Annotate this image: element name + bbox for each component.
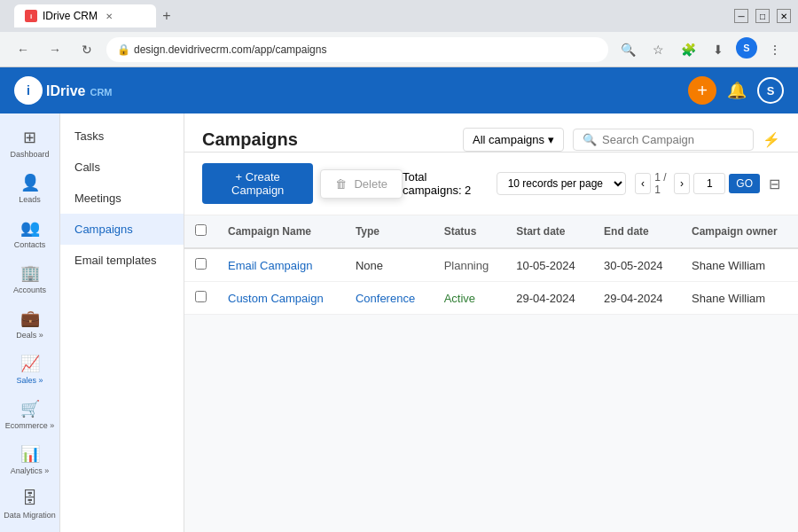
- toolbar-right: Total campaigns: 2 10 records per page ‹…: [403, 170, 780, 197]
- sub-sidebar-calls[interactable]: Calls: [60, 152, 184, 183]
- sidebar-label-ecommerce: Ecommerce »: [5, 421, 55, 430]
- sidebar-item-settings[interactable]: ⚙ Settings »: [0, 527, 59, 532]
- contacts-icon: 👥: [20, 218, 40, 238]
- minimize-btn[interactable]: ─: [734, 9, 748, 23]
- logo: i IDrive CRM: [14, 76, 113, 105]
- sub-sidebar-campaigns[interactable]: Campaigns: [60, 214, 184, 245]
- total-campaigns-label: Total campaigns: 2: [403, 170, 488, 197]
- go-btn[interactable]: GO: [729, 174, 760, 193]
- sidebar-item-contacts[interactable]: 👥 Contacts: [0, 211, 59, 256]
- refresh-btn[interactable]: ↻: [74, 37, 99, 62]
- next-page-btn[interactable]: ›: [674, 173, 691, 194]
- sidebar-item-dashboard[interactable]: ⊞ Dashboard: [0, 121, 59, 166]
- close-btn[interactable]: ✕: [777, 9, 791, 23]
- maximize-btn[interactable]: □: [755, 9, 770, 23]
- filter-icon[interactable]: ⚡: [763, 131, 780, 148]
- notification-icon[interactable]: 🔔: [727, 81, 747, 100]
- bookmark-btn[interactable]: ☆: [645, 37, 670, 62]
- row-checkbox-cell-1[interactable]: [184, 282, 217, 315]
- sidebar-label-dashboard: Dashboard: [10, 150, 49, 159]
- page-header: Campaigns All campaigns ▾ 🔍 ⚡: [184, 113, 798, 153]
- analytics-icon: 📊: [20, 444, 40, 464]
- sub-sidebar: Tasks Calls Meetings Campaigns Email tem…: [60, 113, 184, 532]
- col-campaign-name: Campaign Name: [217, 215, 345, 248]
- records-per-page-select[interactable]: 10 records per page: [497, 172, 626, 195]
- sub-sidebar-email-templates[interactable]: Email templates: [60, 245, 184, 276]
- browser-actions: 🔍 ☆ 🧩 ⬇ S ⋮: [615, 37, 787, 62]
- logo-text: IDrive CRM: [46, 82, 113, 100]
- campaign-name-link-1[interactable]: Custom Campaign: [228, 292, 324, 305]
- accounts-icon: 🏢: [20, 263, 40, 283]
- table-row: Custom Campaign Conference Active 29-04-…: [184, 282, 798, 315]
- back-btn[interactable]: ←: [11, 37, 35, 62]
- active-tab[interactable]: i IDrive CRM ✕: [14, 4, 156, 27]
- search-icon: 🔍: [583, 133, 597, 146]
- row-end-date-1: 29-04-2024: [593, 282, 681, 315]
- row-checkbox-cell-0[interactable]: [184, 248, 217, 282]
- sub-sidebar-meetings[interactable]: Meetings: [60, 183, 184, 214]
- logo-idrive: IDrive: [46, 83, 85, 98]
- sidebar-label-sales: Sales »: [16, 376, 43, 385]
- row-owner-0: Shane William: [681, 248, 798, 282]
- row-end-date-0: 30-05-2024: [593, 248, 681, 282]
- header-actions: All campaigns ▾ 🔍 ⚡: [463, 128, 780, 152]
- table-row: Email Campaign None Planning 10-05-2024 …: [184, 248, 798, 282]
- user-avatar[interactable]: S: [757, 77, 784, 104]
- row-owner-1: Shane William: [681, 282, 798, 315]
- select-all-header[interactable]: [184, 215, 217, 248]
- col-type: Type: [345, 215, 434, 248]
- url-text: design.devidrivecrm.com/app/campaigns: [134, 43, 326, 56]
- search-input[interactable]: [602, 133, 744, 146]
- top-nav-actions: + 🔔 S: [688, 76, 784, 105]
- extensions-btn[interactable]: 🧩: [676, 37, 700, 62]
- col-campaign-owner: Campaign owner: [681, 215, 798, 248]
- menu-btn[interactable]: ⋮: [763, 37, 787, 62]
- row-status-1: Active: [434, 282, 506, 315]
- browser-chrome: i IDrive CRM ✕ + ─ □ ✕: [0, 0, 798, 32]
- tab-bar: i IDrive CRM ✕ +: [14, 4, 729, 27]
- app-body: ⊞ Dashboard 👤 Leads 👥 Contacts 🏢 Account…: [0, 113, 798, 532]
- create-campaign-btn[interactable]: + Create Campaign: [202, 163, 313, 204]
- search-box[interactable]: 🔍: [573, 129, 754, 151]
- row-checkbox-0[interactable]: [195, 258, 207, 270]
- ecommerce-icon: 🛒: [20, 399, 40, 419]
- data-migration-icon: 🗄: [22, 489, 38, 508]
- address-input[interactable]: 🔒 design.devidrivecrm.com/app/campaigns: [106, 37, 608, 62]
- leads-icon: 👤: [20, 173, 40, 192]
- sidebar-item-ecommerce[interactable]: 🛒 Ecommerce »: [0, 392, 59, 437]
- add-btn[interactable]: +: [688, 76, 716, 105]
- tab-favicon: i: [25, 10, 37, 22]
- row-campaign-name-1[interactable]: Custom Campaign: [217, 282, 345, 315]
- logo-icon: i: [14, 76, 43, 105]
- delete-popup[interactable]: 🗑 Delete: [320, 169, 403, 199]
- forward-btn[interactable]: →: [43, 37, 67, 62]
- logo-crm: CRM: [90, 87, 112, 98]
- campaigns-filter-dropdown[interactable]: All campaigns ▾: [463, 128, 564, 152]
- campaign-name-link-0[interactable]: Email Campaign: [228, 259, 312, 272]
- browser-profile[interactable]: S: [736, 37, 757, 59]
- col-end-date: End date: [593, 215, 681, 248]
- tab-close-btn[interactable]: ✕: [103, 10, 115, 22]
- page-title: Campaigns: [202, 129, 298, 150]
- new-tab-btn[interactable]: +: [156, 5, 177, 27]
- sidebar-item-sales[interactable]: 📈 Sales »: [0, 347, 59, 392]
- table-header-row: Campaign Name Type Status Start date End…: [184, 215, 798, 248]
- sidebar-item-analytics[interactable]: 📊 Analytics »: [0, 437, 59, 482]
- download-btn[interactable]: ⬇: [706, 37, 731, 62]
- sub-sidebar-tasks[interactable]: Tasks: [60, 121, 184, 152]
- search-btn[interactable]: 🔍: [615, 37, 640, 62]
- sidebar-item-leads[interactable]: 👤 Leads: [0, 166, 59, 211]
- select-all-checkbox[interactable]: [195, 224, 207, 236]
- sidebar-item-data-migration[interactable]: 🗄 Data Migration: [0, 482, 59, 527]
- sidebar: ⊞ Dashboard 👤 Leads 👥 Contacts 🏢 Account…: [0, 113, 60, 532]
- page-number-input[interactable]: [693, 173, 725, 194]
- row-campaign-name-0[interactable]: Email Campaign: [217, 248, 345, 282]
- sidebar-label-leads: Leads: [19, 195, 41, 204]
- sidebar-label-deals: Deals »: [16, 331, 43, 340]
- prev-page-btn[interactable]: ‹: [635, 173, 652, 194]
- toolbar-left: + Create Campaign 🗑 Delete: [202, 163, 403, 204]
- row-checkbox-1[interactable]: [195, 291, 207, 302]
- sidebar-item-accounts[interactable]: 🏢 Accounts: [0, 256, 59, 301]
- sidebar-item-deals[interactable]: 💼 Deals »: [0, 301, 59, 347]
- column-settings-icon[interactable]: ⊟: [769, 176, 780, 192]
